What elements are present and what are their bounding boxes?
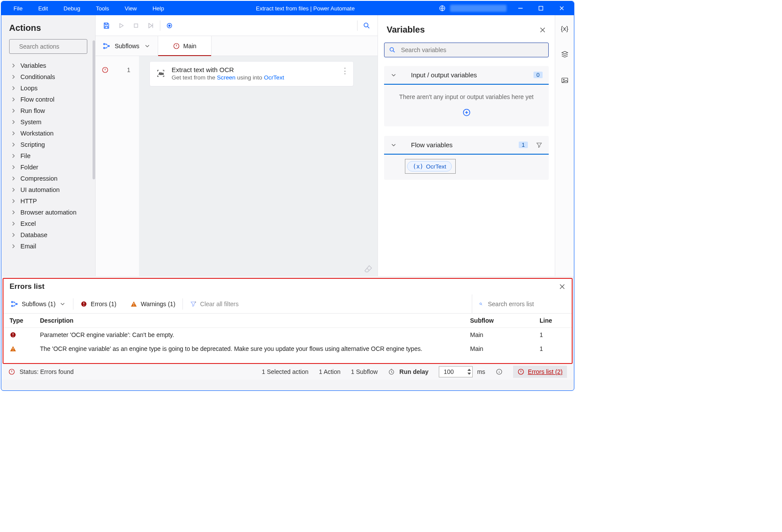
- chevron-down-icon: [144, 43, 151, 50]
- action-group-file[interactable]: File: [1, 150, 94, 162]
- line-1: 1: [127, 66, 130, 73]
- action-group-compression[interactable]: Compression: [1, 173, 94, 184]
- filter-icon[interactable]: [536, 142, 543, 149]
- flow-variables-count: 1: [519, 142, 528, 148]
- svg-point-6: [364, 23, 368, 27]
- action-group-database[interactable]: Database: [1, 229, 94, 241]
- rail-images-icon[interactable]: [558, 73, 572, 87]
- status-subflows: 1 Subflow: [351, 368, 378, 375]
- rail-layers-icon[interactable]: [558, 47, 572, 61]
- menu-file[interactable]: File: [6, 3, 30, 14]
- chevron-down-icon: [390, 72, 397, 79]
- action-group-scripting[interactable]: Scripting: [1, 139, 94, 150]
- scrollbar-thumb[interactable]: [93, 40, 95, 179]
- action-group-email[interactable]: Email: [1, 241, 94, 252]
- menu-view[interactable]: View: [117, 3, 145, 14]
- error-row[interactable]: The 'OCR engine variable' as an engine t…: [3, 342, 572, 356]
- clear-filter-icon: [190, 301, 197, 307]
- save-button[interactable]: [99, 18, 114, 33]
- action-group-browser-automation[interactable]: Browser automation: [1, 207, 94, 218]
- designer-toolbar: [96, 15, 378, 36]
- action-group-workstation[interactable]: Workstation: [1, 128, 94, 139]
- chevron-right-icon: [10, 186, 17, 193]
- action-group-run-flow[interactable]: Run flow: [1, 105, 94, 116]
- variables-search[interactable]: [384, 43, 549, 57]
- action-group-folder[interactable]: Folder: [1, 162, 94, 173]
- svg-point-17: [11, 301, 13, 303]
- io-variables-title: Input / output variables: [405, 71, 526, 79]
- account-info: [450, 5, 507, 12]
- action-group-system[interactable]: System: [1, 116, 94, 128]
- flow-variables-header[interactable]: Flow variables 1: [384, 136, 549, 155]
- close-button[interactable]: [552, 1, 571, 15]
- error-row[interactable]: Parameter 'OCR engine variable': Can't b…: [3, 328, 572, 342]
- chevron-right-icon: [10, 141, 17, 148]
- eraser-icon[interactable]: [364, 264, 373, 274]
- errors-panel: Errors list Subflows (1) Errors (1) Warn…: [3, 278, 573, 364]
- subflows-dropdown[interactable]: Subflows: [96, 36, 158, 56]
- add-io-variable-button[interactable]: [390, 108, 543, 117]
- errors-subflows-filter[interactable]: Subflows (1): [3, 300, 73, 308]
- error-icon: [173, 43, 180, 50]
- actions-title: Actions: [9, 23, 87, 33]
- action-group-flow-control[interactable]: Flow control: [1, 94, 94, 105]
- delay-icon: [388, 368, 395, 375]
- svg-rect-1: [539, 7, 543, 10]
- action-group-ui-automation[interactable]: UI automation: [1, 184, 94, 195]
- menu-help[interactable]: Help: [145, 3, 172, 14]
- action-group-conditionals[interactable]: Conditionals: [1, 71, 94, 83]
- spin-up-icon[interactable]: [467, 368, 471, 372]
- action-group-loops[interactable]: Loops: [1, 83, 94, 94]
- errors-list-link[interactable]: Errors list (2): [513, 366, 567, 378]
- record-button[interactable]: [162, 18, 177, 33]
- actions-search-input[interactable]: [18, 43, 96, 50]
- errors-close-button[interactable]: [559, 283, 566, 290]
- io-variables-header[interactable]: Input / output variables 0: [384, 66, 549, 85]
- run-button[interactable]: [114, 18, 129, 33]
- chevron-right-icon: [10, 209, 17, 216]
- chevron-right-icon: [10, 130, 17, 137]
- clear-filters-button[interactable]: Clear all filters: [183, 301, 246, 307]
- spin-down-icon[interactable]: [467, 372, 471, 375]
- rail-variables-icon[interactable]: {x}: [558, 21, 572, 35]
- maximize-button[interactable]: [531, 1, 550, 15]
- flow-variable-chip[interactable]: (x)OcrText: [405, 159, 456, 174]
- variables-search-input[interactable]: [400, 46, 544, 54]
- step-more-button[interactable]: ⋮: [341, 66, 349, 76]
- menu-debug[interactable]: Debug: [56, 3, 88, 14]
- chevron-right-icon: [10, 73, 17, 80]
- errors-search[interactable]: [472, 294, 572, 313]
- minimize-button[interactable]: [511, 1, 530, 15]
- title-bar: FileEditDebugToolsViewHelp Extract text …: [1, 1, 574, 15]
- designer-canvas[interactable]: Abc Extract text with OCR Get text from …: [139, 56, 378, 276]
- actions-search[interactable]: [9, 39, 87, 54]
- line-numbers: 1: [96, 56, 139, 276]
- toolbar-search-button[interactable]: [359, 18, 374, 33]
- stop-button[interactable]: [129, 18, 143, 33]
- menu-tools[interactable]: Tools: [88, 3, 117, 14]
- variables-title: Variables: [387, 25, 425, 35]
- svg-point-16: [563, 79, 564, 80]
- errors-search-input[interactable]: [487, 300, 565, 308]
- info-icon[interactable]: [496, 368, 503, 375]
- menu-edit[interactable]: Edit: [30, 3, 56, 14]
- subflow-icon: [10, 300, 18, 308]
- flow-step-ocr[interactable]: Abc Extract text with OCR Get text from …: [149, 61, 354, 86]
- warnings-filter[interactable]: Warnings (1): [123, 301, 182, 307]
- variables-close-button[interactable]: [539, 26, 546, 33]
- step-button[interactable]: [143, 18, 158, 33]
- action-group-excel[interactable]: Excel: [1, 218, 94, 229]
- chevron-right-icon: [10, 107, 17, 114]
- step-subtitle: Get text from the Screen using into OcrT…: [172, 74, 284, 81]
- delay-input[interactable]: 100: [439, 366, 473, 377]
- chevron-right-icon: [10, 243, 17, 250]
- actions-pane: Actions VariablesConditionalsLoopsFlow c…: [1, 15, 96, 276]
- globe-icon[interactable]: [439, 5, 446, 12]
- action-group-http[interactable]: HTTP: [1, 195, 94, 207]
- tab-main[interactable]: Main: [158, 36, 212, 56]
- svg-rect-3: [134, 24, 138, 27]
- search-icon: [389, 46, 396, 53]
- action-group-variables[interactable]: Variables: [1, 60, 94, 71]
- tab-main-label: Main: [183, 43, 196, 50]
- errors-filter[interactable]: Errors (1): [73, 301, 123, 307]
